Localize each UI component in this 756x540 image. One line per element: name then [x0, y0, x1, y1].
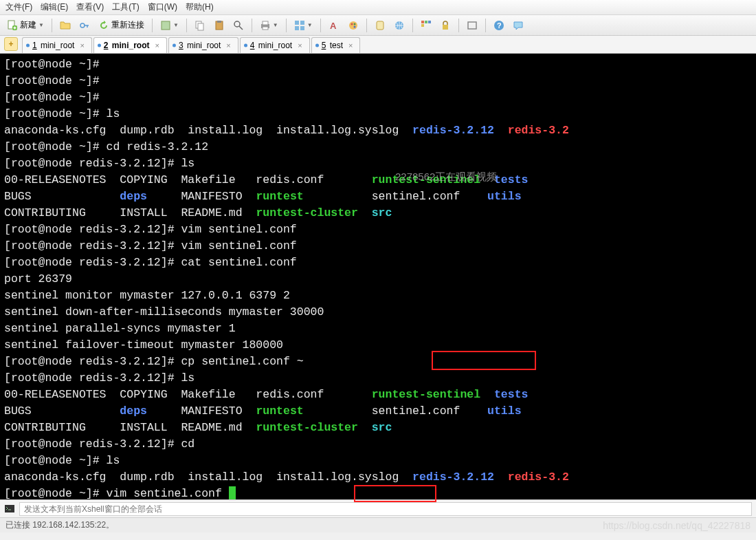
menu-tools[interactable]: 工具(T) — [112, 1, 139, 13]
copy-icon — [194, 20, 205, 31]
menu-view[interactable]: 查看(V) — [76, 1, 104, 13]
key-button[interactable] — [76, 19, 93, 32]
connected-dot-icon — [315, 44, 319, 47]
separator — [320, 19, 321, 32]
menu-bar: 文件(F) 编辑(E) 查看(V) 工具(T) 窗口(W) 帮助(H) — [0, 0, 756, 15]
svg-point-17 — [349, 21, 357, 30]
paste-icon — [214, 20, 225, 31]
separator — [366, 19, 367, 32]
status-bar: 已连接 192.168.142.135:22。 https://blog.csd… — [0, 517, 756, 532]
svg-rect-24 — [425, 21, 427, 23]
svg-rect-12 — [295, 21, 299, 25]
svg-point-19 — [353, 23, 355, 25]
svg-rect-25 — [428, 21, 431, 23]
reconnect-label: 重新连接 — [111, 19, 144, 31]
print-button[interactable]: ▼ — [257, 19, 281, 32]
copy-button[interactable] — [192, 19, 208, 32]
svg-point-8 — [234, 21, 240, 27]
close-icon[interactable]: × — [155, 41, 159, 50]
svg-rect-3 — [162, 21, 170, 30]
globe-icon — [394, 20, 405, 31]
close-icon[interactable]: × — [80, 41, 84, 50]
lock-button[interactable] — [437, 19, 454, 32]
broadcast-input[interactable] — [19, 502, 752, 516]
grid-icon — [294, 20, 305, 31]
search-icon — [233, 20, 244, 31]
separator — [458, 19, 459, 32]
lock-icon — [440, 20, 451, 31]
tab-2[interactable]: 2 mini_root× — [93, 37, 167, 53]
font-icon: A — [329, 20, 340, 31]
tab-4[interactable]: 4 mini_root× — [240, 37, 310, 53]
paste-button[interactable] — [211, 19, 227, 32]
new-file-icon — [7, 20, 18, 31]
color-button[interactable] — [345, 19, 362, 32]
layout-button[interactable]: ▼ — [291, 19, 315, 32]
separator — [286, 19, 287, 32]
globe-button[interactable] — [391, 19, 408, 32]
print-icon — [260, 20, 271, 31]
menu-help[interactable]: 帮助(H) — [186, 1, 214, 13]
svg-text:?: ? — [497, 21, 502, 30]
terminal-output[interactable]: [root@node ~]# [root@node ~]# [root@node… — [0, 54, 756, 499]
menu-file[interactable]: 文件(F) — [5, 1, 32, 13]
tab-3[interactable]: 3 mini_root× — [168, 37, 238, 53]
svg-rect-11 — [263, 27, 268, 30]
broadcast-input-bar — [0, 499, 756, 517]
svg-point-18 — [351, 23, 353, 25]
profile-button[interactable]: ▼ — [157, 19, 181, 32]
terminal-cursor — [229, 486, 236, 499]
tab-5[interactable]: 5 test× — [311, 37, 361, 53]
dropdown-icon: ▼ — [38, 22, 44, 28]
menu-edit[interactable]: 编辑(E) — [41, 1, 68, 13]
separator — [412, 19, 413, 32]
close-icon[interactable]: × — [226, 41, 230, 50]
svg-rect-21 — [377, 21, 383, 30]
chat-button[interactable] — [510, 19, 526, 32]
search-button[interactable] — [230, 19, 247, 32]
open-button[interactable] — [57, 19, 74, 32]
new-button[interactable]: 新建 ▼ — [4, 18, 47, 32]
status-connection: 已连接 192.168.142.135:22。 — [5, 519, 114, 531]
separator — [252, 19, 252, 32]
script-button[interactable] — [372, 19, 388, 32]
folder-icon — [60, 20, 71, 31]
tab-bar: + 1 mini_root× 2 mini_root× 3 mini_root×… — [0, 36, 756, 54]
palette-icon — [348, 20, 359, 31]
svg-rect-28 — [468, 22, 476, 29]
svg-rect-26 — [421, 24, 424, 27]
watermark-url: https://blog.csdn.net/qq_42227818 — [603, 520, 751, 531]
refresh-icon — [98, 20, 109, 31]
help-icon: ? — [493, 20, 504, 31]
window-icon — [467, 20, 478, 31]
terminal-icon — [4, 504, 15, 515]
svg-text:A: A — [330, 21, 337, 31]
svg-rect-10 — [263, 21, 268, 25]
connected-dot-icon — [173, 44, 176, 47]
separator — [152, 19, 153, 32]
font-button[interactable]: A — [326, 19, 342, 32]
apps-icon — [421, 20, 432, 31]
svg-rect-7 — [217, 21, 221, 23]
close-icon[interactable]: × — [298, 41, 302, 50]
connected-dot-icon — [98, 44, 101, 47]
svg-point-2 — [80, 23, 85, 28]
separator — [52, 19, 52, 32]
key-icon — [79, 20, 90, 31]
rect-button[interactable] — [464, 19, 480, 32]
close-icon[interactable]: × — [348, 41, 353, 50]
help-button[interactable]: ? — [491, 19, 507, 32]
svg-rect-14 — [295, 26, 299, 30]
svg-rect-5 — [198, 23, 203, 30]
connected-dot-icon — [244, 44, 247, 47]
toolbar: 新建 ▼ 重新连接 ▼ ▼ ▼ A ? — [0, 15, 756, 36]
connected-dot-icon — [26, 44, 30, 47]
scroll-icon — [375, 20, 386, 31]
svg-rect-13 — [300, 21, 304, 25]
apps-icon-button[interactable] — [418, 19, 434, 32]
tab-1[interactable]: 1 mini_root× — [22, 37, 92, 53]
menu-window[interactable]: 窗口(W) — [148, 1, 177, 13]
add-tab-button[interactable]: + — [4, 37, 18, 51]
reconnect-button[interactable]: 重新连接 — [96, 18, 147, 32]
svg-rect-27 — [443, 25, 448, 30]
